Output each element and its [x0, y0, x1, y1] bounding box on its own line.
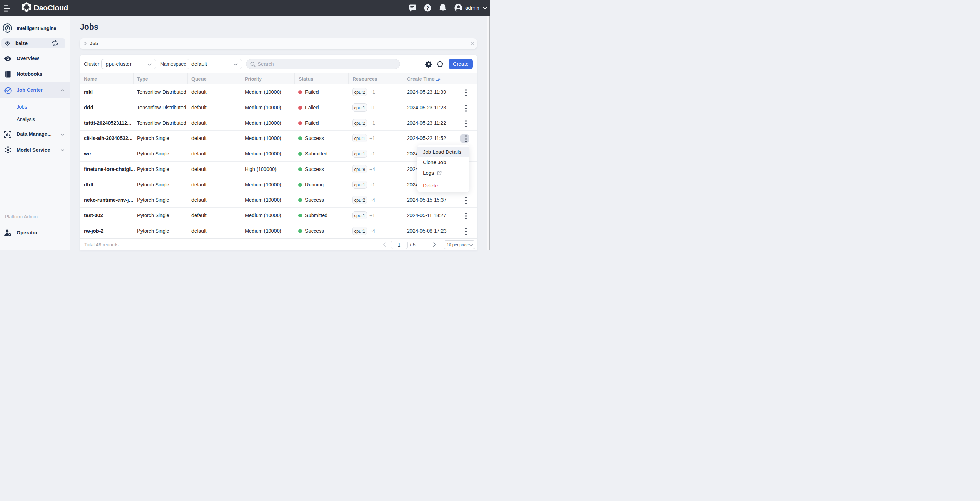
svg-text:?: ? — [426, 5, 430, 11]
